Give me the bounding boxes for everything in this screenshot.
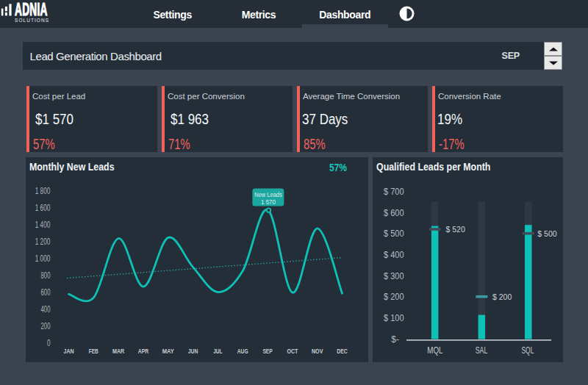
- svg-text:$ 520: $ 520: [446, 225, 465, 234]
- svg-text:$-: $-: [391, 334, 399, 345]
- svg-text:MAR: MAR: [112, 348, 124, 355]
- svg-text:$ 500: $ 500: [384, 229, 404, 239]
- svg-text:New Leads: New Leads: [254, 191, 282, 198]
- svg-text:400: 400: [41, 304, 51, 314]
- svg-text:MAY: MAY: [162, 348, 174, 355]
- svg-text:600: 600: [41, 287, 51, 298]
- svg-text:FEB: FEB: [89, 348, 98, 355]
- svg-text:JUL: JUL: [213, 348, 223, 355]
- svg-text:MQL: MQL: [427, 345, 442, 356]
- svg-text:AUG: AUG: [237, 348, 248, 355]
- svg-text:$ 200: $ 200: [492, 292, 512, 301]
- svg-text:$ 500: $ 500: [537, 229, 556, 238]
- svg-text:200: 200: [41, 321, 51, 331]
- svg-text:1 800: 1 800: [35, 186, 51, 196]
- svg-text:1 200: 1 200: [35, 237, 51, 247]
- svg-text:DEC: DEC: [337, 348, 348, 355]
- svg-text:$ 300: $ 300: [384, 271, 404, 281]
- svg-text:SQL: SQL: [522, 345, 534, 356]
- svg-text:$ 700: $ 700: [384, 187, 404, 197]
- svg-text:SEP: SEP: [262, 348, 273, 355]
- svg-text:1 600: 1 600: [35, 203, 51, 213]
- svg-text:OCT: OCT: [287, 348, 298, 355]
- svg-text:JUN: JUN: [188, 348, 198, 355]
- svg-text:APR: APR: [138, 348, 149, 355]
- svg-text:$ 100: $ 100: [384, 313, 404, 323]
- svg-text:800: 800: [41, 270, 51, 281]
- svg-text:SAL: SAL: [476, 345, 488, 356]
- svg-text:1 000: 1 000: [35, 253, 51, 264]
- svg-text:$ 200: $ 200: [384, 292, 404, 302]
- svg-text:1 400: 1 400: [35, 220, 51, 230]
- svg-text:$ 400: $ 400: [384, 250, 404, 260]
- svg-text:1 570: 1 570: [261, 198, 276, 206]
- svg-text:NOV: NOV: [312, 348, 323, 355]
- svg-text:$ 600: $ 600: [384, 208, 404, 218]
- svg-text:0: 0: [47, 338, 51, 348]
- svg-text:JAN: JAN: [64, 348, 74, 355]
